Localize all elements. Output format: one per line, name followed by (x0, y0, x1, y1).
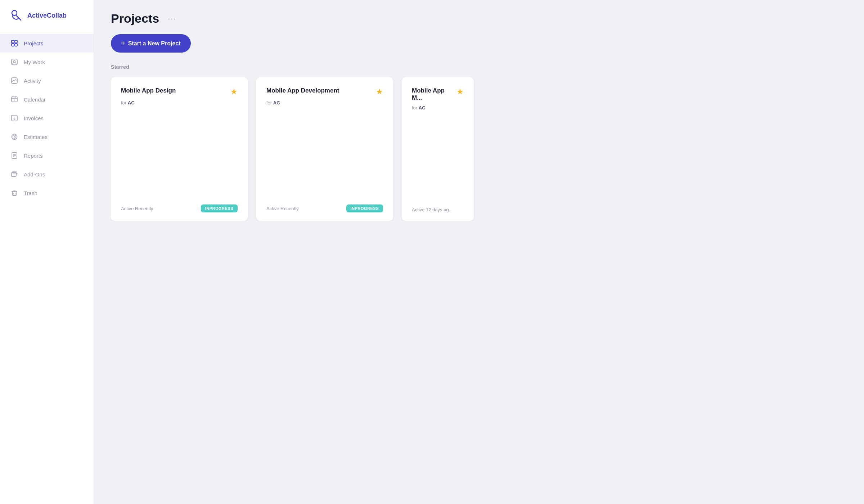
status-badge: INPROGRESS (201, 204, 238, 212)
trash-icon (10, 189, 19, 197)
card-client: for AC (266, 100, 383, 105)
card-activity: Active Recently (121, 206, 153, 211)
card-client: for AC (412, 105, 464, 111)
svg-point-6 (14, 60, 15, 62)
calendar-icon: 7 (10, 95, 19, 104)
svg-rect-26 (13, 192, 16, 195)
sidebar-item-my-work[interactable]: My Work (0, 53, 94, 71)
sidebar-nav: Projects My Work Activity (0, 34, 94, 202)
report-icon (10, 151, 19, 160)
logo-icon (10, 9, 24, 22)
sidebar-item-reports[interactable]: Reports (0, 146, 94, 165)
sidebar-item-label: My Work (24, 59, 45, 65)
svg-text:$: $ (13, 117, 15, 121)
card-header: Mobile App Design ★ (121, 87, 238, 96)
new-project-button[interactable]: + Start a New Project (111, 34, 191, 53)
main-content: Projects ··· + Start a New Project Starr… (94, 0, 864, 504)
project-card[interactable]: Mobile App M... ★ for AC Active 12 days … (402, 77, 474, 221)
project-card[interactable]: Mobile App Design ★ for AC Active Recent… (111, 77, 248, 221)
sidebar-item-estimates[interactable]: Estimates (0, 127, 94, 146)
addon-icon (10, 170, 19, 179)
more-options-button[interactable]: ··· (165, 13, 179, 25)
svg-rect-4 (15, 44, 17, 46)
sidebar-item-label: Invoices (24, 115, 44, 121)
sidebar-item-label: Estimates (24, 134, 48, 140)
svg-rect-3 (12, 44, 14, 46)
person-icon (10, 58, 19, 66)
project-card[interactable]: Mobile App Development ★ for AC Active R… (256, 77, 393, 221)
card-footer: Active 12 days ag... (412, 207, 464, 212)
card-header: Mobile App M... ★ (412, 87, 464, 102)
page-title: Projects (111, 12, 159, 26)
sidebar-item-label: Trash (24, 190, 37, 196)
dollar-icon: $ (10, 114, 19, 122)
sidebar-item-activity[interactable]: Activity (0, 71, 94, 90)
sidebar-item-label: Projects (24, 40, 43, 46)
new-project-label: Start a New Project (128, 40, 181, 47)
sidebar-item-add-ons[interactable]: Add-Ons (0, 165, 94, 184)
card-footer: Active Recently INPROGRESS (121, 204, 238, 212)
sidebar-item-label: Reports (24, 153, 43, 159)
sidebar-item-trash[interactable]: Trash (0, 184, 94, 202)
card-client: for AC (121, 100, 238, 105)
app-name: ActiveCollab (27, 12, 67, 19)
card-activity: Active 12 days ag... (412, 207, 453, 212)
plus-icon: + (121, 39, 125, 48)
sidebar-item-label: Add-Ons (24, 171, 45, 177)
card-header: Mobile App Development ★ (266, 87, 383, 96)
status-badge: INPROGRESS (346, 204, 383, 212)
star-icon: ★ (376, 87, 383, 96)
sidebar-item-label: Activity (24, 78, 41, 84)
sidebar-item-projects[interactable]: Projects (0, 34, 94, 53)
card-footer: Active Recently INPROGRESS (266, 204, 383, 212)
activity-icon (10, 76, 19, 85)
project-title: Mobile App Development (266, 87, 376, 94)
svg-text:7: 7 (14, 99, 15, 102)
target-icon (10, 132, 19, 141)
content-area: + Start a New Project Starred Mobile App… (94, 34, 864, 504)
starred-section-label: Starred (111, 64, 847, 70)
card-activity: Active Recently (266, 206, 299, 211)
star-icon: ★ (230, 87, 238, 96)
project-title: Mobile App M... (412, 87, 456, 102)
project-title: Mobile App Design (121, 87, 230, 94)
project-cards-grid: Mobile App Design ★ for AC Active Recent… (111, 77, 847, 221)
svg-rect-1 (12, 40, 14, 43)
logo-area: ActiveCollab (0, 9, 94, 34)
page-header: Projects ··· (94, 0, 864, 34)
sidebar-item-invoices[interactable]: $ Invoices (0, 109, 94, 127)
sidebar: ActiveCollab Projects (0, 0, 94, 504)
svg-rect-2 (15, 40, 17, 43)
star-icon: ★ (456, 87, 464, 96)
grid-icon (10, 39, 19, 48)
svg-point-17 (14, 136, 15, 138)
sidebar-item-label: Calendar (24, 96, 46, 103)
sidebar-item-calendar[interactable]: 7 Calendar (0, 90, 94, 109)
